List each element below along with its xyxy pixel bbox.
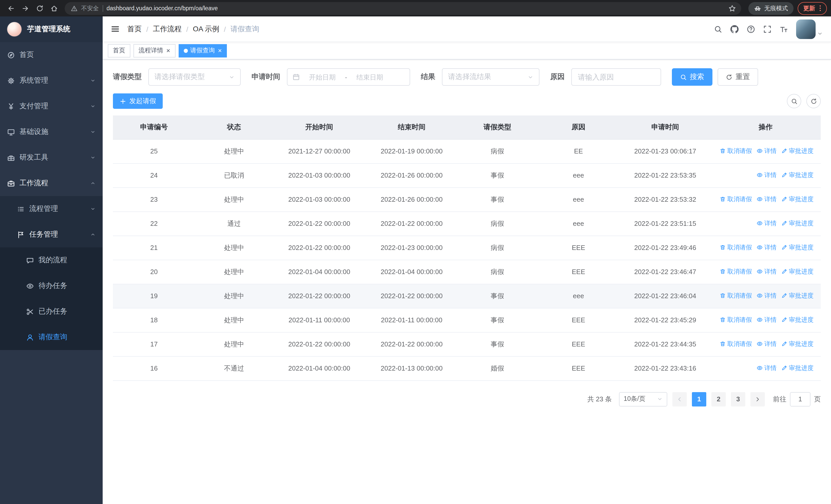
browser-reload-button[interactable] xyxy=(33,2,46,15)
sidebar-item-0[interactable]: 首页 xyxy=(0,42,103,68)
tab-1[interactable]: 流程详情× xyxy=(134,44,175,57)
detail-link[interactable]: 详情 xyxy=(756,195,777,204)
prev-page-button[interactable] xyxy=(672,392,687,406)
sidebar-item-2[interactable]: 支付管理 xyxy=(0,93,103,119)
detail-link[interactable]: 详情 xyxy=(756,147,777,155)
result-select[interactable]: 请选择流结果 xyxy=(442,68,540,86)
app-logo[interactable]: 芋道管理系统 xyxy=(0,17,103,42)
browser-forward-button[interactable] xyxy=(19,2,32,15)
page-button-3[interactable]: 3 xyxy=(731,392,745,406)
approval-progress-link[interactable]: 审批进度 xyxy=(781,340,813,349)
result-group: 结果 请选择流结果 xyxy=(421,68,540,86)
reset-button[interactable]: 重置 xyxy=(718,68,758,86)
reason-input[interactable] xyxy=(571,68,661,86)
page-size-value: 10条/页 xyxy=(624,395,657,404)
approval-progress-link[interactable]: 审批进度 xyxy=(781,364,813,373)
detail-link[interactable]: 详情 xyxy=(756,171,777,180)
start-date-input[interactable] xyxy=(302,73,342,81)
detail-link[interactable]: 详情 xyxy=(756,292,777,300)
sidebar-item-5[interactable]: 工作流程 xyxy=(0,170,103,196)
help-icon[interactable] xyxy=(747,25,755,33)
sidebar-item-4[interactable]: 研发工具 xyxy=(0,145,103,170)
detail-link[interactable]: 详情 xyxy=(756,364,777,373)
approval-progress-link[interactable]: 审批进度 xyxy=(781,243,813,252)
cell-status: 处理中 xyxy=(195,236,273,260)
address-bar[interactable]: 不安全 dashboard.yudao.iocoder.cn/bpm/oa/le… xyxy=(65,2,741,14)
approval-progress-label: 审批进度 xyxy=(789,195,813,204)
apply-time-range-picker[interactable]: - xyxy=(287,68,410,86)
page-size-select[interactable]: 10条/页 xyxy=(619,392,667,406)
cell-status: 处理中 xyxy=(195,187,273,211)
user-menu[interactable] xyxy=(796,19,823,39)
approval-progress-link[interactable]: 审批进度 xyxy=(781,171,813,180)
tab-close-icon[interactable]: × xyxy=(218,47,222,54)
browser-update-button[interactable]: 更新 xyxy=(798,2,827,14)
cancel-leave-link[interactable]: 取消请假 xyxy=(720,195,752,204)
bookmark-star-icon[interactable] xyxy=(728,4,736,12)
cancel-leave-link[interactable]: 取消请假 xyxy=(720,340,752,349)
sidebar-item-6[interactable]: 流程管理 xyxy=(0,196,103,222)
detail-link[interactable]: 详情 xyxy=(756,243,777,252)
page-button-1[interactable]: 1 xyxy=(692,392,706,406)
cell-start-time: 2022-01-22 00:00:00 xyxy=(273,284,366,308)
cell-start-time: 2022-01-03 00:00:00 xyxy=(273,163,366,187)
eye-icon xyxy=(756,172,763,178)
kebab-menu-icon[interactable] xyxy=(816,5,824,12)
sidebar-item-3[interactable]: 基础设施 xyxy=(0,119,103,145)
table-row: 23处理中2022-01-03 00:00:002022-01-26 00:00… xyxy=(113,187,821,211)
breadcrumb-item[interactable]: OA 示例 xyxy=(193,24,220,34)
eye-icon xyxy=(756,244,763,251)
github-icon[interactable] xyxy=(730,25,739,33)
tabs-bar: 首页流程详情×请假查询× xyxy=(103,42,831,60)
detail-link[interactable]: 详情 xyxy=(756,340,777,349)
end-date-input[interactable] xyxy=(350,73,390,81)
sidebar-item-10[interactable]: 已办任务 xyxy=(0,299,103,324)
approval-progress-link[interactable]: 审批进度 xyxy=(781,147,813,155)
browser-home-button[interactable] xyxy=(47,2,61,15)
browser-back-button[interactable] xyxy=(4,2,18,15)
sidebar-collapse-button[interactable] xyxy=(111,25,120,33)
table-refresh-button[interactable] xyxy=(806,94,821,108)
detail-link[interactable]: 详情 xyxy=(756,219,777,228)
trash-icon xyxy=(720,269,726,275)
sidebar-item-9[interactable]: 待办任务 xyxy=(0,273,103,299)
detail-link[interactable]: 详情 xyxy=(756,316,777,324)
sidebar-item-8[interactable]: 我的流程 xyxy=(0,247,103,273)
leave-type-select[interactable]: 请选择请假类型 xyxy=(148,68,241,86)
header-search-icon[interactable] xyxy=(714,25,722,33)
page-button-2[interactable]: 2 xyxy=(711,392,726,406)
font-size-icon[interactable] xyxy=(780,25,788,33)
cancel-leave-link[interactable]: 取消请假 xyxy=(720,243,752,252)
approval-progress-link[interactable]: 审批进度 xyxy=(781,316,813,324)
create-leave-button[interactable]: 发起请假 xyxy=(113,93,163,109)
table-row: 24已取消2022-01-03 00:00:002022-01-26 00:00… xyxy=(113,163,821,187)
cell-start-time: 2021-12-27 00:00:00 xyxy=(273,139,366,163)
topbar: 首页/工作流程/OA 示例/请假查询 xyxy=(103,17,831,42)
approval-progress-link[interactable]: 审批进度 xyxy=(781,292,813,300)
detail-link[interactable]: 详情 xyxy=(756,267,777,276)
breadcrumb-item[interactable]: 工作流程 xyxy=(153,24,182,34)
cancel-leave-link[interactable]: 取消请假 xyxy=(720,316,752,324)
sidebar-item-11[interactable]: 请假查询 xyxy=(0,324,103,350)
tab-2[interactable]: 请假查询× xyxy=(178,44,227,57)
next-page-button[interactable] xyxy=(750,392,765,406)
tab-close-icon[interactable]: × xyxy=(166,47,170,54)
approval-progress-link[interactable]: 审批进度 xyxy=(781,219,813,228)
cancel-leave-link[interactable]: 取消请假 xyxy=(720,147,752,155)
leave-type-group: 请假类型 请选择请假类型 xyxy=(113,68,241,86)
cancel-leave-link[interactable]: 取消请假 xyxy=(720,267,752,276)
sidebar-item-1[interactable]: 系统管理 xyxy=(0,68,103,93)
cancel-leave-link[interactable]: 取消请假 xyxy=(720,292,752,300)
eye-icon xyxy=(756,148,763,154)
goto-page-input[interactable] xyxy=(790,392,810,406)
tab-0[interactable]: 首页 xyxy=(108,44,131,57)
breadcrumb-item[interactable]: 首页 xyxy=(127,24,142,34)
approval-progress-link[interactable]: 审批进度 xyxy=(781,267,813,276)
sidebar-item-7[interactable]: 任务管理 xyxy=(0,222,103,247)
fullscreen-icon[interactable] xyxy=(763,25,771,33)
table-search-toggle-button[interactable] xyxy=(787,94,801,108)
eye-icon xyxy=(756,269,763,275)
user-avatar[interactable] xyxy=(796,19,815,39)
approval-progress-link[interactable]: 审批进度 xyxy=(781,195,813,204)
search-button[interactable]: 搜索 xyxy=(672,68,712,86)
